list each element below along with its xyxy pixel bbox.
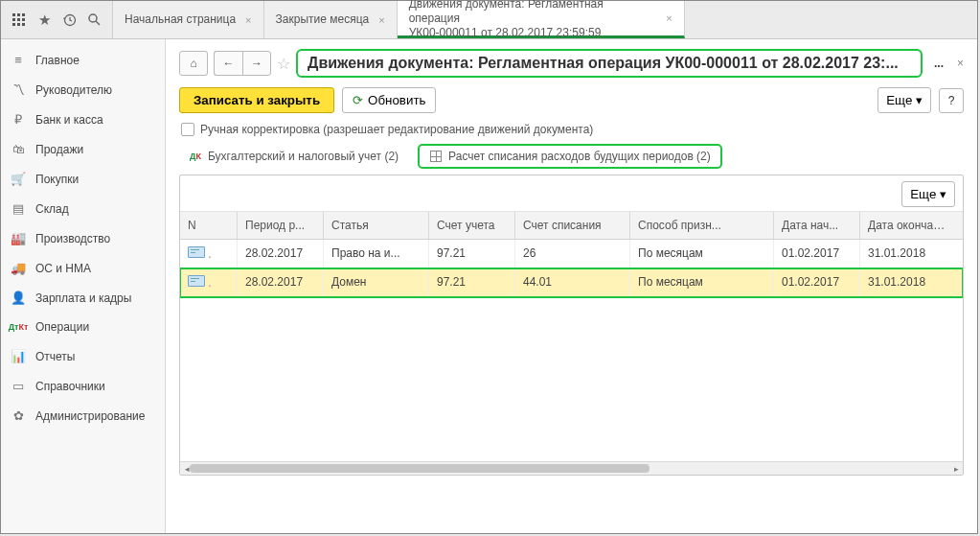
col-article[interactable]: Статья: [324, 212, 429, 239]
grid-icon: [429, 150, 443, 163]
sidebar-item-label: Администрирование: [35, 409, 145, 423]
close-icon[interactable]: ×: [378, 14, 384, 26]
svg-rect-4: [17, 18, 20, 21]
scroll-thumb[interactable]: [190, 464, 650, 473]
sidebar-item-label: Руководителю: [35, 83, 112, 97]
back-button[interactable]: ←: [214, 51, 242, 76]
help-button[interactable]: ?: [939, 88, 964, 113]
refresh-button[interactable]: ⟳Обновить: [342, 87, 436, 113]
sidebar-item-main[interactable]: ≡Главное: [1, 45, 165, 75]
sidebar-item-label: Главное: [35, 54, 80, 67]
sidebar-item-purchases[interactable]: 🛒Покупки: [1, 164, 165, 194]
history-icon[interactable]: [57, 8, 81, 33]
horizontal-scrollbar[interactable]: ◂ ▸: [180, 461, 963, 475]
cell-account: 97.21: [429, 268, 515, 296]
svg-rect-0: [12, 13, 15, 16]
sidebar-item-label: Справочники: [35, 380, 105, 393]
table-row[interactable]: . 28.02.2017 Домен 97.21 44.01 По месяца…: [180, 268, 963, 297]
search-icon[interactable]: [81, 8, 106, 33]
home-button[interactable]: ⌂: [179, 51, 208, 76]
bag-icon: 🛍: [11, 142, 26, 156]
top-toolbar: ★ Начальная страница × Закрытие месяца ×…: [1, 1, 977, 39]
close-icon[interactable]: ×: [957, 57, 964, 70]
svg-rect-6: [12, 23, 15, 26]
more-label: Еще: [886, 93, 912, 107]
sidebar-item-label: Операции: [35, 320, 89, 334]
main-panel: ⌂ ← → ☆ Движения документа: Регламентная…: [166, 39, 977, 533]
chevron-down-icon: ▾: [940, 187, 946, 201]
sidebar-item-sales[interactable]: 🛍Продажи: [1, 134, 165, 164]
col-writeoff[interactable]: Счет списания: [515, 212, 630, 239]
dk-icon: ДК: [189, 150, 202, 163]
title-ellipsis: ...: [934, 57, 944, 70]
cell-date-begin: 01.02.2017: [774, 240, 860, 268]
close-icon[interactable]: ×: [666, 12, 672, 24]
sidebar-item-label: Продажи: [35, 143, 83, 156]
svg-rect-1: [17, 13, 20, 16]
col-n[interactable]: N: [180, 212, 238, 239]
favorite-icon[interactable]: ☆: [277, 55, 290, 73]
cell-writeoff: 26: [515, 240, 630, 268]
manual-edit-checkbox[interactable]: [181, 123, 194, 136]
cart-icon: 🛒: [11, 172, 26, 186]
sidebar-item-production[interactable]: 🏭Производство: [1, 223, 165, 253]
checkbox-label: Ручная корректировка (разрешает редактир…: [200, 123, 593, 136]
cell-article: Домен: [324, 268, 429, 296]
sidebar: ≡Главное 〽Руководителю ₽Банк и касса 🛍Пр…: [1, 39, 166, 533]
sidebar-item-catalogs[interactable]: ▭Справочники: [1, 371, 165, 401]
sidebar-item-assets[interactable]: 🚚ОС и НМА: [1, 253, 165, 283]
tab-home[interactable]: Начальная страница ×: [113, 1, 264, 38]
sidebar-item-operations[interactable]: ДтКтОперации: [1, 313, 165, 341]
factory-icon: 🏭: [11, 231, 26, 245]
ruble-icon: ₽: [11, 112, 26, 127]
gear-icon: ✿: [11, 408, 26, 423]
tab-movements[interactable]: Движения документа: Регламентная операци…: [398, 1, 685, 38]
cell-account: 97.21: [429, 240, 515, 268]
sidebar-item-admin[interactable]: ✿Администрирование: [1, 401, 165, 431]
bars-icon: 📊: [11, 349, 26, 363]
more-label: Еще: [910, 187, 936, 201]
table-row[interactable]: . 28.02.2017 Право на и... 97.21 26 По м…: [180, 240, 963, 268]
menu-icon: ≡: [11, 53, 26, 67]
sidebar-item-warehouse[interactable]: ▤Склад: [1, 194, 165, 223]
cell-n: .: [180, 268, 238, 296]
col-period[interactable]: Период р...: [238, 212, 324, 239]
save-close-button[interactable]: Записать и закрыть: [179, 87, 334, 113]
sidebar-item-label: Банк и касса: [35, 113, 103, 127]
forward-button[interactable]: →: [242, 51, 271, 76]
tab-label: Движения документа: Регламентная операци…: [409, 0, 657, 40]
cell-method: По месяцам: [630, 268, 774, 296]
title-text: Движения документа: Регламентная операци…: [308, 55, 899, 72]
cell-article: Право на и...: [324, 240, 429, 268]
subtab-label: Бухгалтерский и налоговый учет (2): [208, 150, 399, 163]
svg-rect-8: [22, 23, 25, 26]
cell-period: 28.02.2017: [238, 268, 324, 296]
sidebar-item-label: Покупки: [35, 173, 79, 186]
col-date-begin[interactable]: Дата нач...: [774, 212, 860, 239]
sidebar-item-manager[interactable]: 〽Руководителю: [1, 75, 165, 105]
subtab-future-expenses[interactable]: Расчет списания расходов будущих периодо…: [418, 144, 722, 169]
col-method[interactable]: Способ призн...: [630, 212, 774, 239]
table-more-button[interactable]: Еще ▾: [901, 181, 955, 207]
close-icon[interactable]: ×: [245, 14, 251, 26]
svg-line-11: [96, 21, 100, 25]
col-account[interactable]: Счет учета: [429, 212, 515, 239]
cell-date-end: 31.01.2018: [860, 240, 956, 268]
subtab-label: Расчет списания расходов будущих периодо…: [448, 150, 711, 163]
svg-point-10: [89, 14, 97, 22]
col-date-end[interactable]: Дата окончания: [860, 212, 956, 239]
refresh-label: Обновить: [368, 93, 425, 107]
star-icon[interactable]: ★: [32, 8, 57, 33]
scroll-right-icon[interactable]: ▸: [949, 462, 963, 476]
cell-writeoff: 44.01: [515, 268, 630, 296]
truck-icon: 🚚: [11, 261, 26, 275]
sidebar-item-salary[interactable]: 👤Зарплата и кадры: [1, 283, 165, 313]
chart-icon: 〽: [11, 82, 26, 97]
apps-icon[interactable]: [7, 8, 32, 33]
sidebar-item-bank[interactable]: ₽Банк и касса: [1, 105, 165, 134]
tab-closing[interactable]: Закрытие месяца ×: [264, 1, 398, 38]
boxes-icon: ▤: [11, 201, 26, 216]
sidebar-item-reports[interactable]: 📊Отчеты: [1, 341, 165, 371]
more-button[interactable]: Еще ▾: [877, 87, 931, 113]
subtab-accounting[interactable]: ДК Бухгалтерский и налоговый учет (2): [179, 146, 408, 167]
